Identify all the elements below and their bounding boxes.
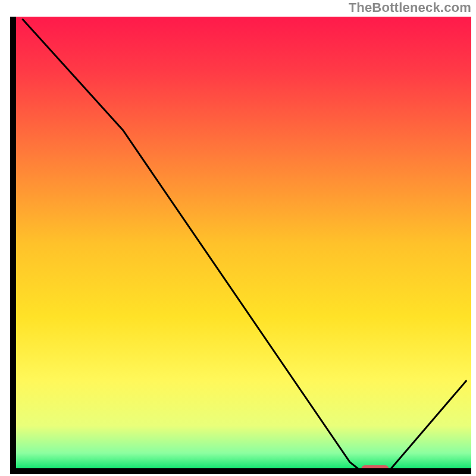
bottleneck-chart bbox=[0, 0, 476, 476]
chart-container: { "watermark": "TheBottleneck.com", "cha… bbox=[0, 0, 476, 476]
